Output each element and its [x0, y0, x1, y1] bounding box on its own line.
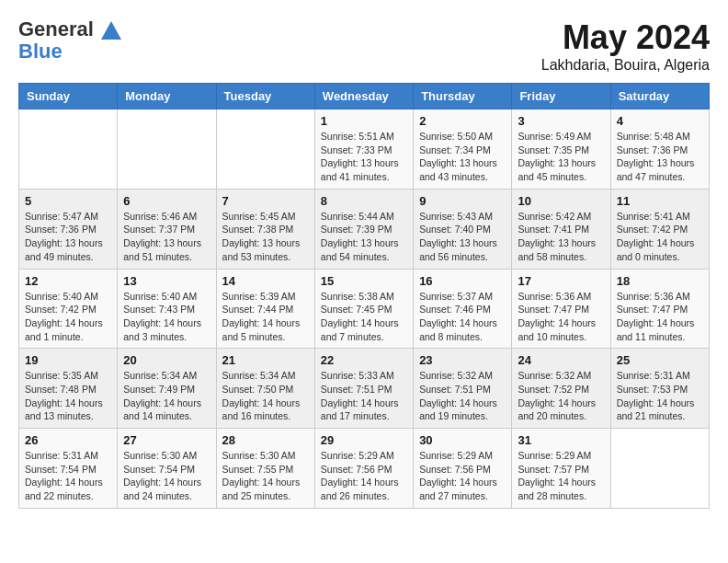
- title-block: May 2024 Lakhdaria, Bouira, Algeria: [541, 18, 710, 74]
- day-info: Sunrise: 5:40 AM Sunset: 7:43 PM Dayligh…: [123, 290, 210, 344]
- day-info: Sunrise: 5:30 AM Sunset: 7:55 PM Dayligh…: [222, 449, 309, 503]
- day-info: Sunrise: 5:41 AM Sunset: 7:42 PM Dayligh…: [617, 210, 703, 264]
- day-cell: 9Sunrise: 5:43 AM Sunset: 7:40 PM Daylig…: [414, 189, 512, 269]
- weekday-header-tuesday: Tuesday: [216, 84, 314, 109]
- week-row-3: 12Sunrise: 5:40 AM Sunset: 7:42 PM Dayli…: [19, 269, 710, 349]
- day-info: Sunrise: 5:39 AM Sunset: 7:44 PM Dayligh…: [222, 290, 309, 344]
- day-cell: 19Sunrise: 5:35 AM Sunset: 7:48 PM Dayli…: [19, 349, 118, 429]
- location: Lakhdaria, Bouira, Algeria: [541, 57, 710, 74]
- week-row-1: 1Sunrise: 5:51 AM Sunset: 7:33 PM Daylig…: [19, 109, 710, 190]
- day-cell: [118, 109, 216, 190]
- day-info: Sunrise: 5:36 AM Sunset: 7:47 PM Dayligh…: [518, 290, 604, 344]
- day-number: 8: [321, 194, 407, 208]
- day-number: 6: [123, 194, 210, 208]
- day-cell: 21Sunrise: 5:34 AM Sunset: 7:50 PM Dayli…: [216, 349, 314, 429]
- day-number: 20: [123, 353, 210, 367]
- day-cell: 15Sunrise: 5:38 AM Sunset: 7:45 PM Dayli…: [314, 269, 413, 349]
- day-number: 3: [518, 114, 604, 128]
- day-cell: [19, 109, 118, 190]
- week-row-4: 19Sunrise: 5:35 AM Sunset: 7:48 PM Dayli…: [19, 349, 710, 429]
- day-cell: 27Sunrise: 5:30 AM Sunset: 7:54 PM Dayli…: [118, 429, 216, 509]
- day-info: Sunrise: 5:29 AM Sunset: 7:57 PM Dayligh…: [518, 449, 604, 503]
- day-cell: 17Sunrise: 5:36 AM Sunset: 7:47 PM Dayli…: [512, 269, 610, 349]
- day-number: 30: [419, 433, 506, 447]
- day-cell: 16Sunrise: 5:37 AM Sunset: 7:46 PM Dayli…: [414, 269, 512, 349]
- day-info: Sunrise: 5:30 AM Sunset: 7:54 PM Dayligh…: [123, 449, 210, 503]
- svg-marker-0: [101, 21, 121, 40]
- day-number: 28: [222, 433, 309, 447]
- day-number: 14: [222, 274, 309, 288]
- day-info: Sunrise: 5:51 AM Sunset: 7:33 PM Dayligh…: [321, 130, 407, 184]
- day-info: Sunrise: 5:32 AM Sunset: 7:51 PM Dayligh…: [419, 369, 506, 423]
- weekday-header-row: SundayMondayTuesdayWednesdayThursdayFrid…: [19, 84, 710, 109]
- day-number: 19: [25, 353, 111, 367]
- logo: General Blue: [18, 18, 121, 63]
- day-number: 7: [222, 194, 309, 208]
- day-number: 27: [123, 433, 210, 447]
- day-number: 12: [25, 274, 111, 288]
- day-cell: 20Sunrise: 5:34 AM Sunset: 7:49 PM Dayli…: [118, 349, 216, 429]
- day-info: Sunrise: 5:48 AM Sunset: 7:36 PM Dayligh…: [617, 130, 703, 184]
- weekday-header-thursday: Thursday: [414, 84, 512, 109]
- day-number: 11: [617, 194, 703, 208]
- day-cell: 31Sunrise: 5:29 AM Sunset: 7:57 PM Dayli…: [512, 429, 610, 509]
- day-info: Sunrise: 5:34 AM Sunset: 7:49 PM Dayligh…: [123, 369, 210, 423]
- logo-icon: [101, 21, 121, 40]
- logo-text: General: [18, 18, 121, 40]
- day-info: Sunrise: 5:29 AM Sunset: 7:56 PM Dayligh…: [419, 449, 506, 503]
- day-cell: 25Sunrise: 5:31 AM Sunset: 7:53 PM Dayli…: [610, 349, 709, 429]
- day-info: Sunrise: 5:44 AM Sunset: 7:39 PM Dayligh…: [321, 210, 407, 264]
- day-info: Sunrise: 5:29 AM Sunset: 7:56 PM Dayligh…: [321, 449, 407, 503]
- day-cell: 23Sunrise: 5:32 AM Sunset: 7:51 PM Dayli…: [414, 349, 512, 429]
- day-number: 21: [222, 353, 309, 367]
- day-number: 2: [419, 114, 506, 128]
- day-info: Sunrise: 5:47 AM Sunset: 7:36 PM Dayligh…: [25, 210, 111, 264]
- day-cell: [216, 109, 314, 190]
- day-cell: 24Sunrise: 5:32 AM Sunset: 7:52 PM Dayli…: [512, 349, 610, 429]
- day-number: 26: [25, 433, 111, 447]
- day-number: 5: [25, 194, 111, 208]
- day-cell: 14Sunrise: 5:39 AM Sunset: 7:44 PM Dayli…: [216, 269, 314, 349]
- day-info: Sunrise: 5:38 AM Sunset: 7:45 PM Dayligh…: [321, 290, 407, 344]
- day-info: Sunrise: 5:31 AM Sunset: 7:54 PM Dayligh…: [25, 449, 111, 503]
- week-row-5: 26Sunrise: 5:31 AM Sunset: 7:54 PM Dayli…: [19, 429, 710, 509]
- day-info: Sunrise: 5:45 AM Sunset: 7:38 PM Dayligh…: [222, 210, 309, 264]
- day-info: Sunrise: 5:40 AM Sunset: 7:42 PM Dayligh…: [25, 290, 111, 344]
- day-cell: 4Sunrise: 5:48 AM Sunset: 7:36 PM Daylig…: [610, 109, 709, 190]
- day-cell: [610, 429, 709, 509]
- month-title: May 2024: [541, 18, 710, 57]
- day-cell: 5Sunrise: 5:47 AM Sunset: 7:36 PM Daylig…: [19, 189, 118, 269]
- week-row-2: 5Sunrise: 5:47 AM Sunset: 7:36 PM Daylig…: [19, 189, 710, 269]
- day-number: 22: [321, 353, 407, 367]
- day-cell: 7Sunrise: 5:45 AM Sunset: 7:38 PM Daylig…: [216, 189, 314, 269]
- day-info: Sunrise: 5:43 AM Sunset: 7:40 PM Dayligh…: [419, 210, 506, 264]
- weekday-header-saturday: Saturday: [610, 84, 709, 109]
- day-info: Sunrise: 5:42 AM Sunset: 7:41 PM Dayligh…: [518, 210, 604, 264]
- day-info: Sunrise: 5:49 AM Sunset: 7:35 PM Dayligh…: [518, 130, 604, 184]
- calendar-table: SundayMondayTuesdayWednesdayThursdayFrid…: [18, 83, 710, 509]
- day-cell: 12Sunrise: 5:40 AM Sunset: 7:42 PM Dayli…: [19, 269, 118, 349]
- day-info: Sunrise: 5:32 AM Sunset: 7:52 PM Dayligh…: [518, 369, 604, 423]
- day-number: 24: [518, 353, 604, 367]
- day-number: 29: [321, 433, 407, 447]
- day-cell: 18Sunrise: 5:36 AM Sunset: 7:47 PM Dayli…: [610, 269, 709, 349]
- day-info: Sunrise: 5:46 AM Sunset: 7:37 PM Dayligh…: [123, 210, 210, 264]
- day-number: 17: [518, 274, 604, 288]
- day-number: 10: [518, 194, 604, 208]
- weekday-header-wednesday: Wednesday: [314, 84, 413, 109]
- day-cell: 11Sunrise: 5:41 AM Sunset: 7:42 PM Dayli…: [610, 189, 709, 269]
- day-info: Sunrise: 5:35 AM Sunset: 7:48 PM Dayligh…: [25, 369, 111, 423]
- day-number: 13: [123, 274, 210, 288]
- day-number: 23: [419, 353, 506, 367]
- day-info: Sunrise: 5:50 AM Sunset: 7:34 PM Dayligh…: [419, 130, 506, 184]
- day-cell: 2Sunrise: 5:50 AM Sunset: 7:34 PM Daylig…: [414, 109, 512, 190]
- day-cell: 28Sunrise: 5:30 AM Sunset: 7:55 PM Dayli…: [216, 429, 314, 509]
- weekday-header-sunday: Sunday: [19, 84, 118, 109]
- weekday-header-friday: Friday: [512, 84, 610, 109]
- day-cell: 1Sunrise: 5:51 AM Sunset: 7:33 PM Daylig…: [314, 109, 413, 190]
- day-info: Sunrise: 5:37 AM Sunset: 7:46 PM Dayligh…: [419, 290, 506, 344]
- weekday-header-monday: Monday: [118, 84, 216, 109]
- day-info: Sunrise: 5:34 AM Sunset: 7:50 PM Dayligh…: [222, 369, 309, 423]
- day-cell: 10Sunrise: 5:42 AM Sunset: 7:41 PM Dayli…: [512, 189, 610, 269]
- day-number: 4: [617, 114, 703, 128]
